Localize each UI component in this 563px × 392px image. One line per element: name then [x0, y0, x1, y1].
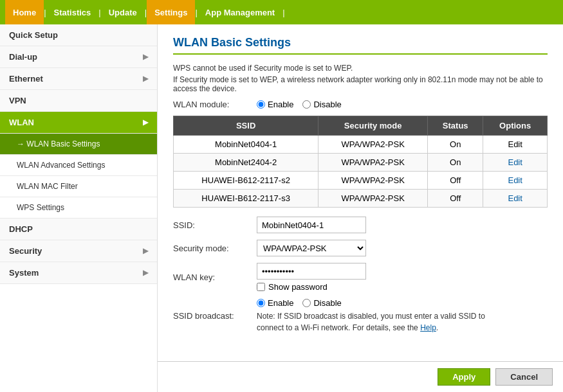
table-header-status: Status: [428, 116, 483, 136]
help-link[interactable]: Help: [420, 323, 436, 332]
sidebar-item-wlan-advanced[interactable]: WLAN Advanced Settings: [0, 155, 157, 176]
table-cell-status: Off: [428, 190, 483, 208]
sidebar-label-ethernet: Ethernet: [9, 74, 43, 84]
table-cell-status: On: [428, 154, 483, 172]
table-row: MobinNet2404-2 WPA/WPA2-PSK On Edit: [174, 154, 548, 172]
nav-update[interactable]: Update: [101, 0, 145, 24]
table-cell-option: Edit: [483, 172, 548, 190]
table-row: HUAWEI-B612-2117-s3 WPA/WPA2-PSK Off Edi…: [174, 190, 548, 208]
sidebar-item-wps[interactable]: WPS Settings: [0, 197, 157, 218]
ssid-row: SSID:: [173, 217, 548, 233]
table-cell-ssid: MobinNet2404-2: [174, 154, 318, 172]
sidebar-item-security[interactable]: Security ▶: [0, 240, 157, 262]
form-section: WLAN module: Enable Disable SSID: [173, 100, 548, 334]
chevron-dialup-icon: ▶: [143, 53, 148, 61]
sidebar-item-vpn[interactable]: VPN: [0, 90, 157, 112]
layout: Quick Setup Dial-up ▶ Ethernet ▶ VPN WLA…: [0, 24, 563, 392]
sidebar-item-wlan[interactable]: WLAN ▶: [0, 112, 157, 134]
ssid-label: SSID:: [173, 220, 257, 230]
table-row: HUAWEI-B612-2117-s2 WPA/WPA2-PSK Off Edi…: [174, 172, 548, 190]
chevron-security-icon: ▶: [143, 247, 148, 255]
nav-home[interactable]: Home: [5, 0, 44, 24]
ssid-broadcast-label: SSID broadcast:: [173, 311, 257, 321]
table-cell-option: Edit: [483, 136, 548, 154]
wlan-enable-radio[interactable]: [257, 100, 265, 109]
nav-statistics[interactable]: Statistics: [46, 0, 99, 24]
nav-settings[interactable]: Settings: [147, 0, 195, 24]
sidebar-item-ethernet[interactable]: Ethernet ▶: [0, 68, 157, 90]
sidebar-label-wlan-mac: WLAN MAC Filter: [17, 182, 78, 191]
wlan-module-radio-group: Enable Disable: [257, 100, 342, 109]
sidebar-label-wps: WPS Settings: [17, 203, 64, 212]
chevron-system-icon: ▶: [143, 269, 148, 277]
sidebar-label-vpn: VPN: [9, 96, 26, 105]
sidebar-label-system: System: [9, 268, 39, 278]
security-mode-row: Security mode: WPA/WPA2-PSK WEP None: [173, 240, 548, 256]
chevron-ethernet-icon: ▶: [143, 75, 148, 83]
table-cell-option: Edit: [483, 190, 548, 208]
table-cell-security: WPA/WPA2-PSK: [318, 190, 428, 208]
ssid-input[interactable]: [257, 217, 366, 233]
table-cell-ssid: HUAWEI-B612-2117-s2: [174, 172, 318, 190]
wlan-key-input[interactable]: [257, 263, 366, 280]
table-cell-ssid: HUAWEI-B612-2117-s3: [174, 190, 318, 208]
bottom-bar: Apply Cancel: [158, 361, 563, 392]
sidebar-item-wlan-mac[interactable]: WLAN MAC Filter: [0, 176, 157, 197]
show-password-row: Show password: [257, 282, 366, 292]
table-cell-ssid: MobinNet0404-1: [174, 136, 318, 154]
ssid-broadcast-note: Note: If SSID broadcast is disabled, you…: [257, 310, 495, 334]
table-header-security: Security mode: [318, 116, 428, 136]
ssid-broadcast-disable-label[interactable]: Disable: [302, 298, 341, 308]
sidebar-label-security: Security: [9, 246, 42, 256]
ssid-table: SSID Security mode Status Options MobinN…: [173, 116, 548, 208]
security-mode-label: Security mode:: [173, 244, 257, 253]
table-cell-status: Off: [428, 172, 483, 190]
ssid-broadcast-group: Enable Disable Note: If SSID broadcast i…: [257, 298, 495, 334]
show-password-label[interactable]: Show password: [268, 282, 328, 292]
apply-button[interactable]: Apply: [438, 368, 490, 386]
sidebar-item-dhcp[interactable]: DHCP: [0, 218, 157, 240]
sidebar-item-wlan-basic[interactable]: → WLAN Basic Settings: [0, 134, 157, 155]
table-cell-status: On: [428, 136, 483, 154]
table-header-options: Options: [483, 116, 548, 136]
ssid-broadcast-radio-group: Enable Disable: [257, 298, 495, 308]
sidebar-label-dialup: Dial-up: [9, 52, 37, 62]
wlan-enable-radio-label[interactable]: Enable: [257, 100, 293, 109]
ssid-broadcast-row: SSID broadcast: Enable Disable Note:: [173, 298, 548, 334]
ssid-broadcast-enable-radio[interactable]: [257, 299, 265, 307]
warning-text-2: If Security mode is set to WEP, a wirele…: [173, 75, 548, 93]
page-title: WLAN Basic Settings: [173, 36, 548, 55]
sidebar-item-system[interactable]: System ▶: [0, 262, 157, 284]
sidebar-item-quick-setup[interactable]: Quick Setup: [0, 24, 157, 46]
sidebar-label-dhcp: DHCP: [9, 224, 33, 234]
main-content: WLAN Basic Settings WPS cannot be used i…: [158, 24, 563, 392]
wlan-key-label: WLAN key:: [173, 272, 257, 282]
sidebar-label-wlan: WLAN: [9, 118, 34, 127]
table-cell-option: Edit: [483, 154, 548, 172]
security-mode-select[interactable]: WPA/WPA2-PSK WEP None: [257, 240, 366, 256]
nav-app-management[interactable]: App Management: [198, 0, 282, 24]
wlan-disable-radio[interactable]: [302, 100, 311, 109]
wlan-disable-radio-label[interactable]: Disable: [302, 100, 341, 109]
table-header-ssid: SSID: [174, 116, 318, 136]
table-cell-security: WPA/WPA2-PSK: [318, 172, 428, 190]
show-password-checkbox[interactable]: [257, 283, 265, 291]
nav-sep-5: |: [282, 8, 284, 17]
sidebar-item-dialup[interactable]: Dial-up ▶: [0, 46, 157, 68]
cancel-button[interactable]: Cancel: [495, 368, 553, 386]
chevron-wlan-icon: ▶: [143, 118, 148, 127]
wlan-key-group: Show password: [257, 263, 366, 292]
wlan-module-row: WLAN module: Enable Disable: [173, 100, 548, 109]
sidebar-label-wlan-basic: → WLAN Basic Settings: [17, 139, 100, 148]
warning-text-1: WPS cannot be used if Security mode is s…: [173, 64, 548, 73]
ssid-broadcast-enable-label[interactable]: Enable: [257, 298, 293, 308]
table-cell-security: WPA/WPA2-PSK: [318, 154, 428, 172]
ssid-broadcast-disable-radio[interactable]: [302, 299, 311, 307]
wlan-module-label: WLAN module:: [173, 100, 257, 109]
sidebar-label-wlan-advanced: WLAN Advanced Settings: [17, 161, 105, 170]
edit-link-2[interactable]: Edit: [508, 175, 522, 185]
wlan-key-row: WLAN key: Show password: [173, 263, 548, 292]
edit-link-3[interactable]: Edit: [508, 193, 522, 203]
edit-link-1[interactable]: Edit: [508, 157, 522, 167]
sidebar: Quick Setup Dial-up ▶ Ethernet ▶ VPN WLA…: [0, 24, 158, 392]
